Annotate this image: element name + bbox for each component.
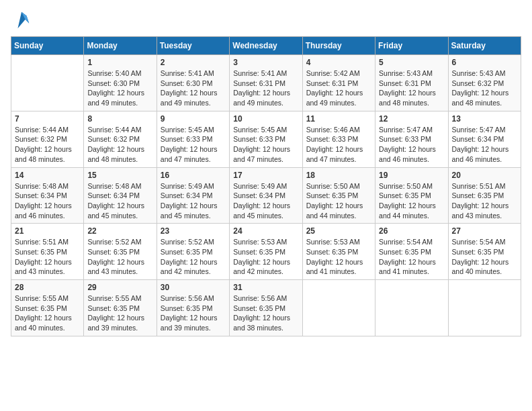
day-info: Sunrise: 5:56 AM Sunset: 6:35 PM Dayligh… bbox=[161, 293, 226, 333]
day-info: Sunrise: 5:48 AM Sunset: 6:34 PM Dayligh… bbox=[15, 181, 80, 221]
day-info: Sunrise: 5:43 AM Sunset: 6:32 PM Dayligh… bbox=[452, 68, 517, 108]
day-number: 13 bbox=[452, 114, 517, 124]
day-of-week-header: Sunday bbox=[11, 37, 84, 55]
day-number: 25 bbox=[306, 226, 371, 236]
day-number: 30 bbox=[161, 283, 226, 292]
day-info: Sunrise: 5:54 AM Sunset: 6:35 PM Dayligh… bbox=[452, 237, 517, 277]
calendar-cell: 1Sunrise: 5:40 AM Sunset: 6:30 PM Daylig… bbox=[84, 55, 157, 111]
calendar-cell: 22Sunrise: 5:52 AM Sunset: 6:35 PM Dayli… bbox=[84, 224, 157, 280]
calendar-cell bbox=[11, 55, 84, 111]
day-of-week-header: Tuesday bbox=[157, 37, 229, 55]
day-number: 23 bbox=[161, 226, 226, 236]
day-number: 31 bbox=[233, 283, 298, 292]
logo bbox=[11, 11, 32, 30]
day-number: 29 bbox=[87, 283, 152, 292]
calendar-cell: 14Sunrise: 5:48 AM Sunset: 6:34 PM Dayli… bbox=[11, 167, 84, 224]
calendar-cell: 7Sunrise: 5:44 AM Sunset: 6:32 PM Daylig… bbox=[11, 111, 84, 167]
calendar-cell: 12Sunrise: 5:47 AM Sunset: 6:33 PM Dayli… bbox=[375, 111, 448, 167]
day-number: 8 bbox=[87, 114, 152, 124]
calendar-header-row: SundayMondayTuesdayWednesdayThursdayFrid… bbox=[11, 37, 521, 55]
calendar-cell: 26Sunrise: 5:54 AM Sunset: 6:35 PM Dayli… bbox=[375, 224, 448, 280]
calendar-cell: 31Sunrise: 5:56 AM Sunset: 6:35 PM Dayli… bbox=[230, 280, 302, 336]
day-number: 18 bbox=[306, 171, 371, 180]
day-info: Sunrise: 5:47 AM Sunset: 6:34 PM Dayligh… bbox=[452, 125, 517, 165]
day-of-week-header: Monday bbox=[84, 37, 157, 55]
calendar-cell: 11Sunrise: 5:46 AM Sunset: 6:33 PM Dayli… bbox=[302, 111, 375, 167]
calendar-cell: 21Sunrise: 5:51 AM Sunset: 6:35 PM Dayli… bbox=[11, 224, 84, 280]
calendar-cell: 24Sunrise: 5:53 AM Sunset: 6:35 PM Dayli… bbox=[230, 224, 302, 280]
calendar-week-row: 7Sunrise: 5:44 AM Sunset: 6:32 PM Daylig… bbox=[11, 111, 521, 167]
day-number: 14 bbox=[15, 171, 80, 180]
day-info: Sunrise: 5:50 AM Sunset: 6:35 PM Dayligh… bbox=[306, 181, 371, 221]
day-info: Sunrise: 5:54 AM Sunset: 6:35 PM Dayligh… bbox=[379, 237, 444, 277]
calendar-cell: 4Sunrise: 5:42 AM Sunset: 6:31 PM Daylig… bbox=[302, 55, 375, 111]
calendar-cell bbox=[448, 280, 521, 336]
calendar-cell: 25Sunrise: 5:53 AM Sunset: 6:35 PM Dayli… bbox=[302, 224, 375, 280]
day-info: Sunrise: 5:44 AM Sunset: 6:32 PM Dayligh… bbox=[87, 125, 152, 165]
day-info: Sunrise: 5:52 AM Sunset: 6:35 PM Dayligh… bbox=[161, 237, 226, 277]
day-info: Sunrise: 5:49 AM Sunset: 6:34 PM Dayligh… bbox=[161, 181, 226, 221]
day-info: Sunrise: 5:50 AM Sunset: 6:35 PM Dayligh… bbox=[379, 181, 444, 221]
calendar-cell bbox=[302, 280, 375, 336]
day-info: Sunrise: 5:45 AM Sunset: 6:33 PM Dayligh… bbox=[233, 125, 298, 165]
day-info: Sunrise: 5:46 AM Sunset: 6:33 PM Dayligh… bbox=[306, 125, 371, 165]
day-number: 17 bbox=[233, 171, 298, 180]
day-number: 20 bbox=[452, 171, 517, 180]
calendar-cell: 2Sunrise: 5:41 AM Sunset: 6:30 PM Daylig… bbox=[157, 55, 229, 111]
day-number: 26 bbox=[379, 226, 444, 236]
day-number: 5 bbox=[379, 58, 444, 67]
day-info: Sunrise: 5:43 AM Sunset: 6:31 PM Dayligh… bbox=[379, 68, 444, 108]
day-number: 11 bbox=[306, 114, 371, 124]
day-info: Sunrise: 5:42 AM Sunset: 6:31 PM Dayligh… bbox=[306, 68, 371, 108]
day-info: Sunrise: 5:40 AM Sunset: 6:30 PM Dayligh… bbox=[87, 68, 152, 108]
day-info: Sunrise: 5:52 AM Sunset: 6:35 PM Dayligh… bbox=[87, 237, 152, 277]
calendar-week-row: 1Sunrise: 5:40 AM Sunset: 6:30 PM Daylig… bbox=[11, 55, 521, 111]
day-info: Sunrise: 5:56 AM Sunset: 6:35 PM Dayligh… bbox=[233, 293, 298, 333]
calendar-cell: 9Sunrise: 5:45 AM Sunset: 6:33 PM Daylig… bbox=[157, 111, 229, 167]
calendar-cell: 28Sunrise: 5:55 AM Sunset: 6:35 PM Dayli… bbox=[11, 280, 84, 336]
calendar-cell: 16Sunrise: 5:49 AM Sunset: 6:34 PM Dayli… bbox=[157, 167, 229, 224]
day-number: 16 bbox=[161, 171, 226, 180]
calendar-cell: 6Sunrise: 5:43 AM Sunset: 6:32 PM Daylig… bbox=[448, 55, 521, 111]
calendar-week-row: 14Sunrise: 5:48 AM Sunset: 6:34 PM Dayli… bbox=[11, 167, 521, 224]
day-info: Sunrise: 5:55 AM Sunset: 6:35 PM Dayligh… bbox=[87, 293, 152, 333]
calendar-cell: 13Sunrise: 5:47 AM Sunset: 6:34 PM Dayli… bbox=[448, 111, 521, 167]
day-info: Sunrise: 5:55 AM Sunset: 6:35 PM Dayligh… bbox=[15, 293, 80, 333]
calendar-week-row: 28Sunrise: 5:55 AM Sunset: 6:35 PM Dayli… bbox=[11, 280, 521, 336]
day-number: 1 bbox=[87, 58, 152, 67]
calendar-cell: 18Sunrise: 5:50 AM Sunset: 6:35 PM Dayli… bbox=[302, 167, 375, 224]
calendar-cell: 27Sunrise: 5:54 AM Sunset: 6:35 PM Dayli… bbox=[448, 224, 521, 280]
calendar-cell: 30Sunrise: 5:56 AM Sunset: 6:35 PM Dayli… bbox=[157, 280, 229, 336]
calendar-cell: 10Sunrise: 5:45 AM Sunset: 6:33 PM Dayli… bbox=[230, 111, 302, 167]
day-info: Sunrise: 5:53 AM Sunset: 6:35 PM Dayligh… bbox=[306, 237, 371, 277]
day-info: Sunrise: 5:53 AM Sunset: 6:35 PM Dayligh… bbox=[233, 237, 298, 277]
day-of-week-header: Wednesday bbox=[230, 37, 302, 55]
day-number: 21 bbox=[15, 226, 80, 236]
calendar-cell: 19Sunrise: 5:50 AM Sunset: 6:35 PM Dayli… bbox=[375, 167, 448, 224]
calendar-cell: 5Sunrise: 5:43 AM Sunset: 6:31 PM Daylig… bbox=[375, 55, 448, 111]
day-number: 10 bbox=[233, 114, 298, 124]
logo-icon bbox=[13, 11, 32, 30]
day-number: 19 bbox=[379, 171, 444, 180]
day-info: Sunrise: 5:47 AM Sunset: 6:33 PM Dayligh… bbox=[379, 125, 444, 165]
day-info: Sunrise: 5:44 AM Sunset: 6:32 PM Dayligh… bbox=[15, 125, 80, 165]
day-of-week-header: Thursday bbox=[302, 37, 375, 55]
day-info: Sunrise: 5:51 AM Sunset: 6:35 PM Dayligh… bbox=[452, 181, 517, 221]
calendar-cell: 20Sunrise: 5:51 AM Sunset: 6:35 PM Dayli… bbox=[448, 167, 521, 224]
day-number: 3 bbox=[233, 58, 298, 67]
calendar-cell bbox=[375, 280, 448, 336]
calendar-table: SundayMondayTuesdayWednesdayThursdayFrid… bbox=[11, 36, 521, 336]
day-number: 6 bbox=[452, 58, 517, 67]
day-number: 9 bbox=[161, 114, 226, 124]
day-number: 24 bbox=[233, 226, 298, 236]
day-info: Sunrise: 5:41 AM Sunset: 6:30 PM Dayligh… bbox=[161, 68, 226, 108]
calendar-week-row: 21Sunrise: 5:51 AM Sunset: 6:35 PM Dayli… bbox=[11, 224, 521, 280]
calendar-cell: 8Sunrise: 5:44 AM Sunset: 6:32 PM Daylig… bbox=[84, 111, 157, 167]
day-of-week-header: Saturday bbox=[448, 37, 521, 55]
calendar-cell: 15Sunrise: 5:48 AM Sunset: 6:34 PM Dayli… bbox=[84, 167, 157, 224]
day-number: 27 bbox=[452, 226, 517, 236]
day-info: Sunrise: 5:48 AM Sunset: 6:34 PM Dayligh… bbox=[87, 181, 152, 221]
calendar-cell: 3Sunrise: 5:41 AM Sunset: 6:31 PM Daylig… bbox=[230, 55, 302, 111]
day-number: 4 bbox=[306, 58, 371, 67]
day-info: Sunrise: 5:41 AM Sunset: 6:31 PM Dayligh… bbox=[233, 68, 298, 108]
